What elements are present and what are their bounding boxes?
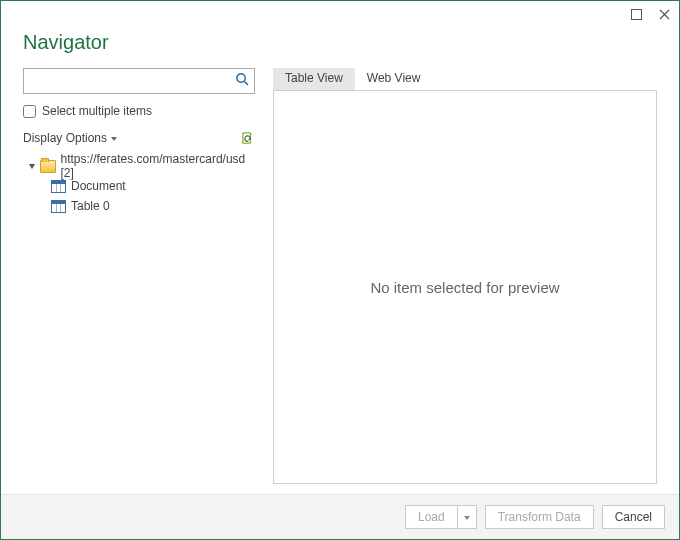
tab-web-view[interactable]: Web View	[355, 68, 433, 90]
cancel-button[interactable]: Cancel	[602, 505, 665, 529]
display-options-label: Display Options	[23, 131, 107, 145]
search-box[interactable]	[23, 68, 255, 94]
right-panel: Table View Web View No item selected for…	[273, 68, 657, 484]
search-input[interactable]	[24, 69, 254, 93]
tree-item-label: Table 0	[71, 199, 110, 213]
close-icon[interactable]	[657, 7, 671, 21]
dialog-header: Navigator	[1, 27, 679, 68]
expand-collapse-icon[interactable]	[29, 164, 35, 169]
search-icon[interactable]	[235, 72, 250, 90]
table-icon	[51, 200, 66, 213]
maximize-icon[interactable]	[629, 7, 643, 21]
display-options-row: Display Options	[23, 130, 255, 146]
table-icon	[51, 180, 66, 193]
chevron-down-icon	[111, 137, 117, 141]
select-multiple-row[interactable]: Select multiple items	[23, 104, 255, 118]
svg-line-2	[244, 81, 248, 85]
dialog-footer: Load Transform Data Cancel	[1, 494, 679, 539]
dialog-body: Select multiple items Display Options ht…	[1, 68, 679, 494]
tab-table-view[interactable]: Table View	[273, 68, 355, 90]
preview-pane: No item selected for preview	[273, 90, 657, 484]
tree-item-label: Document	[71, 179, 126, 193]
svg-point-1	[237, 74, 245, 82]
navigator-dialog: Navigator Select multiple items Display …	[0, 0, 680, 540]
source-tree: https://ferates.com/mastercard/usd [2] D…	[23, 156, 255, 216]
select-multiple-checkbox[interactable]	[23, 105, 36, 118]
titlebar	[1, 1, 679, 27]
preview-tabs: Table View Web View	[273, 68, 657, 90]
left-panel: Select multiple items Display Options ht…	[23, 68, 255, 484]
transform-data-button[interactable]: Transform Data	[485, 505, 594, 529]
refresh-icon[interactable]	[239, 130, 255, 146]
load-dropdown-button[interactable]	[457, 505, 477, 529]
dialog-title: Navigator	[23, 31, 657, 54]
folder-icon	[40, 160, 56, 173]
tree-root[interactable]: https://ferates.com/mastercard/usd [2]	[23, 156, 255, 176]
preview-empty-message: No item selected for preview	[370, 279, 559, 296]
load-button[interactable]: Load	[405, 505, 457, 529]
select-multiple-label: Select multiple items	[42, 104, 152, 118]
load-split-button: Load	[405, 505, 477, 529]
tree-root-label: https://ferates.com/mastercard/usd [2]	[61, 152, 255, 180]
tree-item-table0[interactable]: Table 0	[23, 196, 255, 216]
svg-rect-0	[631, 9, 641, 19]
display-options-dropdown[interactable]: Display Options	[23, 131, 117, 145]
chevron-down-icon	[464, 516, 470, 520]
